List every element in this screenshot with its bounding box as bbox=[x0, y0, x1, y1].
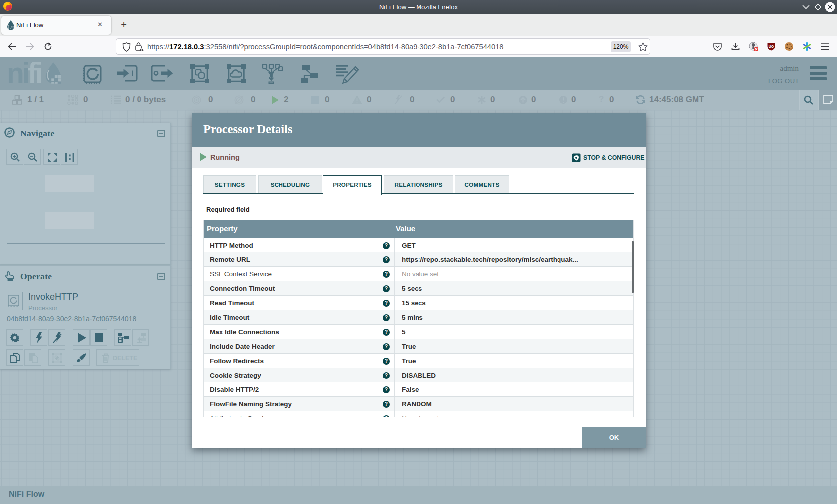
svg-text:UO: UO bbox=[769, 45, 774, 48]
